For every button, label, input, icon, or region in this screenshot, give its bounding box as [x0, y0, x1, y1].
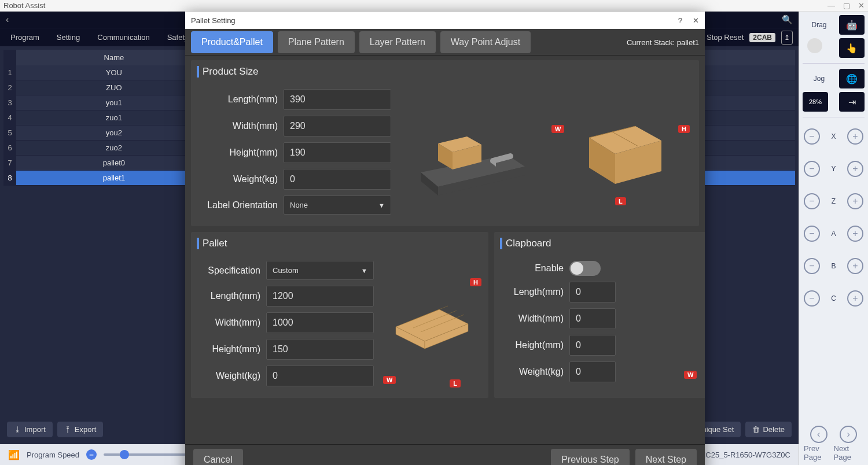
- speed-decrease-button[interactable]: −: [86, 449, 97, 460]
- blank-indicator: [807, 38, 822, 53]
- export-button[interactable]: ⭱ Export: [57, 422, 104, 437]
- os-close[interactable]: ✕: [858, 1, 865, 10]
- w-tag: W: [551, 125, 564, 133]
- cancel-button[interactable]: Cancel: [193, 449, 243, 466]
- clapboard-panel: Clapboard Enable Length(mm) Width(mm) He…: [494, 232, 705, 398]
- axis-row-b: −B+: [803, 256, 865, 276]
- speed-label: Program Speed: [27, 451, 79, 459]
- pallet-setting-modal: Pallet Setting ? ✕ Product&PalletPlane P…: [185, 12, 705, 465]
- next-step-button[interactable]: Next Step: [635, 449, 697, 466]
- modal-title: Pallet Setting: [191, 16, 236, 25]
- pallet-height-input[interactable]: [266, 339, 374, 360]
- modal-tabs: Product&PalletPlane PatternLayer Pattern…: [185, 29, 705, 56]
- export-box-icon[interactable]: ↥: [781, 31, 793, 45]
- pallet-title: Pallet: [197, 238, 483, 249]
- conveyor-illustration: [397, 83, 542, 220]
- back-button[interactable]: ‹: [6, 14, 9, 25]
- axis-row-a: −A+: [803, 223, 865, 244]
- next-page-button[interactable]: ›Next Page: [834, 426, 864, 462]
- product-size-title: Product Size: [197, 66, 693, 78]
- modal-titlebar: Pallet Setting ? ✕: [185, 12, 705, 29]
- axis-minus-button[interactable]: −: [804, 258, 820, 274]
- menu-item-communication[interactable]: Communication: [93, 31, 154, 44]
- jog-percent[interactable]: 28%: [803, 92, 828, 112]
- delete-button[interactable]: 🗑 Delete: [745, 422, 792, 437]
- clapboard-enable-toggle[interactable]: [569, 261, 601, 276]
- axis-plus-button[interactable]: +: [847, 226, 863, 242]
- os-maximize[interactable]: ▢: [843, 1, 850, 10]
- axis-label: X: [831, 132, 836, 141]
- fast-forward-icon[interactable]: ⇥: [839, 92, 865, 112]
- speed-slider-thumb[interactable]: [120, 450, 129, 459]
- w-tag: W: [383, 376, 396, 384]
- tab-way-point-adjust[interactable]: Way Point Adjust: [440, 31, 531, 53]
- axis-label: B: [831, 262, 836, 270]
- axis-minus-button[interactable]: −: [804, 226, 820, 242]
- chevron-down-icon: ▼: [361, 267, 367, 274]
- clapboard-illustration: H W L: [682, 255, 705, 388]
- clapboard-length-input[interactable]: [569, 282, 616, 302]
- axis-label: Z: [832, 197, 836, 205]
- pallet-length-input[interactable]: [266, 286, 374, 307]
- product-weight-input[interactable]: [284, 169, 391, 190]
- jog-label: Jog: [803, 69, 836, 88]
- clapboard-width-input[interactable]: [569, 308, 616, 329]
- axis-minus-button[interactable]: −: [804, 290, 820, 307]
- pallet-spec-select[interactable]: Custom▼: [266, 261, 374, 280]
- w-tag: W: [684, 371, 697, 379]
- axis-label: C: [831, 294, 836, 302]
- product-size-panel: Product Size Length(mm) Width(mm) Height…: [191, 60, 699, 226]
- tag-indicator[interactable]: 2CAB: [749, 33, 775, 42]
- import-button[interactable]: ⭳ Import: [7, 422, 53, 437]
- jog-panel: Drag 🤖 👆 Jog 🌐 28% ⇥ −X+−Y+−Z+−A+−B+−C+ …: [799, 12, 868, 465]
- current-stack-label: Current Stack: pallet1: [627, 36, 699, 48]
- product-width-input[interactable]: [284, 116, 391, 136]
- drag-label: Drag: [803, 15, 836, 35]
- os-title: Robot Assist: [3, 1, 45, 10]
- label-orientation-select[interactable]: None▼: [284, 195, 391, 215]
- clapboard-title: Clapboard: [500, 238, 705, 249]
- axis-label: A: [831, 230, 836, 238]
- previous-step-button[interactable]: Previous Step: [551, 449, 630, 466]
- table-header[interactable]: Name: [16, 50, 212, 65]
- pallet-weight-input[interactable]: [266, 366, 374, 386]
- chevron-down-icon: ▼: [378, 202, 385, 209]
- axis-plus-button[interactable]: +: [847, 290, 863, 307]
- tab-plane-pattern[interactable]: Plane Pattern: [278, 31, 355, 53]
- axis-plus-button[interactable]: +: [847, 128, 863, 145]
- pallet-panel: Pallet Specification Custom▼ Length(mm) …: [191, 232, 488, 398]
- menu-item-setting[interactable]: Setting: [52, 31, 84, 44]
- axis-plus-button[interactable]: +: [847, 193, 863, 209]
- speed-slider[interactable]: [104, 453, 196, 456]
- pallet-illustration: H W L: [378, 255, 483, 392]
- robot-icon[interactable]: 🤖: [839, 15, 865, 35]
- clapboard-height-input[interactable]: [569, 335, 616, 356]
- search-icon[interactable]: 🔍: [782, 14, 793, 25]
- wifi-icon[interactable]: 📶: [8, 449, 20, 460]
- h-tag: H: [678, 125, 690, 133]
- globe-icon[interactable]: 🌐: [839, 69, 865, 88]
- axis-minus-button[interactable]: −: [804, 128, 820, 145]
- tab-product-pallet[interactable]: Product&Pallet: [191, 31, 273, 53]
- menu-item-program[interactable]: Program: [6, 31, 44, 44]
- modal-help-button[interactable]: ?: [678, 16, 682, 25]
- product-height-input[interactable]: [284, 142, 391, 163]
- h-tag: H: [470, 278, 481, 286]
- axis-minus-button[interactable]: −: [804, 193, 820, 209]
- pallet-width-input[interactable]: [266, 312, 374, 333]
- touch-icon[interactable]: 👆: [839, 38, 865, 58]
- prev-page-button[interactable]: ‹Prev Page: [804, 426, 834, 462]
- product-length-input[interactable]: [284, 89, 391, 110]
- modal-footer: Cancel Previous Step Next Step: [185, 444, 705, 465]
- clapboard-weight-input[interactable]: [569, 361, 616, 382]
- l-tag: L: [615, 197, 626, 205]
- axis-plus-button[interactable]: +: [847, 161, 863, 177]
- axis-minus-button[interactable]: −: [804, 161, 820, 177]
- tab-layer-pattern[interactable]: Layer Pattern: [359, 31, 436, 53]
- axis-row-c: −C+: [803, 288, 865, 309]
- axis-plus-button[interactable]: +: [847, 258, 863, 274]
- modal-close-button[interactable]: ✕: [693, 16, 699, 25]
- os-minimize[interactable]: —: [827, 1, 835, 10]
- axis-label: Y: [831, 165, 836, 173]
- axis-row-y: −Y+: [803, 158, 865, 179]
